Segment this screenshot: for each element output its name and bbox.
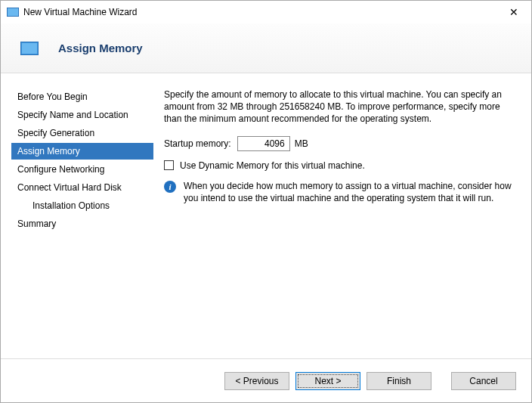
previous-button[interactable]: < Previous [224,372,289,390]
step-sidebar: Before You Begin Specify Name and Locati… [1,88,153,358]
step-specify-generation[interactable]: Specify Generation [11,125,153,141]
finish-button[interactable]: Finish [367,372,431,390]
step-connect-vhd[interactable]: Connect Virtual Hard Disk [11,179,153,196]
page-title: Assign Memory [58,42,143,54]
step-label: Configure Networking [17,164,104,175]
step-configure-networking[interactable]: Configure Networking [11,161,153,178]
svg-rect-3 [22,43,37,54]
startup-memory-row: Startup memory: MB [164,136,516,151]
close-button[interactable]: ✕ [496,1,531,23]
wizard-icon-large [20,42,39,55]
info-text: When you decide how much memory to assig… [184,180,516,204]
content-panel: Specify the amount of memory to allocate… [153,88,531,358]
step-summary[interactable]: Summary [11,215,153,232]
description-text: Specify the amount of memory to allocate… [164,88,516,126]
wizard-body: Before You Begin Specify Name and Locati… [1,73,531,358]
step-assign-memory[interactable]: Assign Memory [11,143,153,160]
next-button[interactable]: Next > [295,372,360,390]
dynamic-memory-label: Use Dynamic Memory for this virtual mach… [180,160,365,171]
window-title: New Virtual Machine Wizard [23,7,496,17]
step-label: Connect Virtual Hard Disk [17,182,122,193]
step-specify-name-location[interactable]: Specify Name and Location [11,107,153,123]
memory-unit: MB [295,138,308,149]
startup-memory-label: Startup memory: [164,138,231,149]
footer: < Previous Next > Finish Cancel [1,358,531,402]
step-label: Specify Name and Location [17,110,128,120]
titlebar: New Virtual Machine Wizard ✕ [1,1,531,23]
step-installation-options[interactable]: Installation Options [11,197,153,214]
close-icon: ✕ [509,6,518,18]
header-band: Assign Memory [1,23,531,73]
startup-memory-input[interactable] [237,136,290,151]
step-label: Assign Memory [17,146,80,157]
step-label: Specify Generation [17,128,94,138]
info-icon: i [164,181,176,193]
dynamic-memory-row: Use Dynamic Memory for this virtual mach… [164,160,516,171]
step-label: Summary [17,219,56,229]
wizard-icon [7,8,19,17]
info-row: i When you decide how much memory to ass… [164,180,516,204]
cancel-button[interactable]: Cancel [451,372,516,390]
step-label: Installation Options [32,200,110,211]
dynamic-memory-checkbox[interactable] [164,160,174,170]
step-before-you-begin[interactable]: Before You Begin [11,88,153,105]
svg-rect-1 [8,8,18,16]
step-label: Before You Begin [17,91,88,102]
